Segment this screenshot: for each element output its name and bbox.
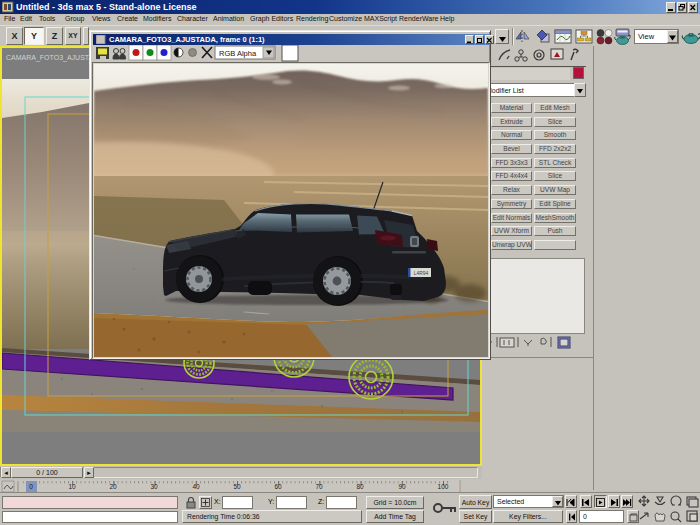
svg-text:60: 60 xyxy=(274,483,282,490)
svg-text:80: 80 xyxy=(356,483,364,490)
svg-text:30: 30 xyxy=(150,483,158,490)
svg-text:RGB Alpha: RGB Alpha xyxy=(219,49,257,58)
svg-text:90: 90 xyxy=(398,483,406,490)
svg-text:40: 40 xyxy=(192,483,200,490)
svg-text:70: 70 xyxy=(315,483,323,490)
svg-text:0: 0 xyxy=(29,483,33,490)
svg-text:20: 20 xyxy=(109,483,117,490)
svg-text:50: 50 xyxy=(233,483,241,490)
svg-text:100: 100 xyxy=(438,483,449,490)
svg-text:10: 10 xyxy=(68,483,76,490)
svg-text:L4R94: L4R94 xyxy=(414,270,429,276)
